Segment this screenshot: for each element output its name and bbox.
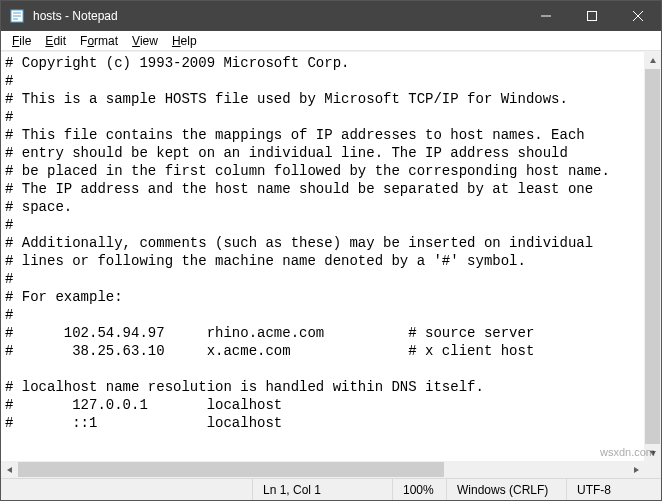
menu-help[interactable]: Help [165, 33, 204, 49]
svg-marker-10 [7, 467, 12, 473]
svg-rect-5 [588, 12, 597, 21]
menu-format[interactable]: Format [73, 33, 125, 49]
scroll-up-icon[interactable] [644, 52, 661, 69]
menu-bar: File Edit Format View Help [1, 31, 661, 51]
menu-edit[interactable]: Edit [38, 33, 73, 49]
menu-file[interactable]: File [5, 33, 38, 49]
editor-area: # Copyright (c) 1993-2009 Microsoft Corp… [1, 51, 661, 478]
scroll-left-icon[interactable] [1, 461, 18, 478]
text-editor[interactable]: # Copyright (c) 1993-2009 Microsoft Corp… [1, 52, 644, 461]
menu-view[interactable]: View [125, 33, 165, 49]
scroll-down-icon[interactable] [644, 444, 661, 461]
status-zoom: 100% [392, 479, 446, 500]
maximize-button[interactable] [569, 1, 615, 31]
scrollbar-h-thumb[interactable] [18, 462, 444, 477]
vertical-scrollbar[interactable] [644, 52, 661, 461]
svg-marker-8 [650, 58, 656, 63]
scrollbar-v-thumb[interactable] [645, 69, 660, 444]
status-spacer [1, 479, 252, 500]
scrollbar-h-track[interactable] [18, 461, 627, 478]
scrollbar-v-track[interactable] [644, 69, 661, 444]
status-line-ending: Windows (CRLF) [446, 479, 566, 500]
horizontal-scrollbar[interactable] [1, 461, 644, 478]
app-icon [9, 8, 25, 24]
status-position: Ln 1, Col 1 [252, 479, 392, 500]
close-button[interactable] [615, 1, 661, 31]
minimize-button[interactable] [523, 1, 569, 31]
status-bar: Ln 1, Col 1 100% Windows (CRLF) UTF-8 [1, 478, 661, 500]
window-title: hosts - Notepad [31, 9, 523, 23]
status-encoding: UTF-8 [566, 479, 661, 500]
svg-marker-9 [650, 451, 656, 456]
title-bar[interactable]: hosts - Notepad [1, 1, 661, 31]
scrollbar-corner [644, 461, 661, 478]
scroll-right-icon[interactable] [627, 461, 644, 478]
svg-marker-11 [634, 467, 639, 473]
